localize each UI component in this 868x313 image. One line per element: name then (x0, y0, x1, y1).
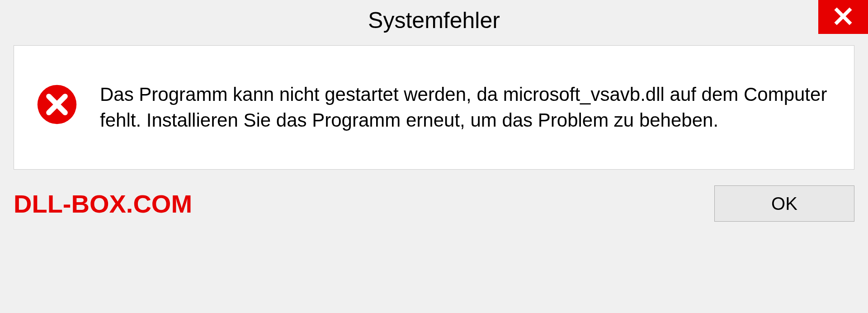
content-panel: Das Programm kann nicht gestartet werden… (14, 45, 854, 170)
titlebar: Systemfehler (0, 0, 868, 41)
window-title: Systemfehler (368, 7, 500, 33)
watermark-text: DLL-BOX.COM (14, 189, 192, 218)
error-message: Das Programm kann nicht gestartet werden… (100, 82, 831, 133)
close-button[interactable] (818, 0, 868, 34)
close-icon (834, 7, 853, 28)
footer: DLL-BOX.COM OK (0, 170, 868, 222)
ok-button[interactable]: OK (714, 185, 854, 222)
error-icon (37, 84, 77, 127)
